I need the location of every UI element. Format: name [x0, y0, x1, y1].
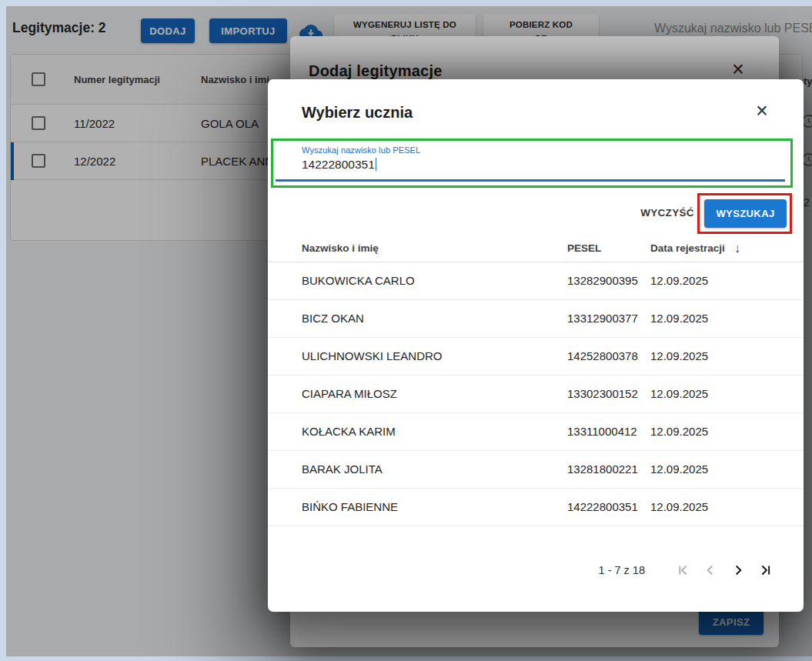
search-field-label: Wyszukaj nazwisko lub PESEL — [302, 145, 420, 155]
chevron-left-icon[interactable] — [700, 560, 720, 580]
cell-pesel: 13312900377 — [567, 312, 638, 325]
cell-pesel: 13302300152 — [567, 387, 638, 400]
students-table-header: Nazwisko i imię PESEL Data rejestracji ↓ — [268, 236, 804, 262]
pagination: 1 - 7 z 18 — [268, 558, 804, 583]
screen: { "colors": { "primary_button": "#1667c1… — [0, 0, 812, 661]
cell-date: 12.09.2025 — [650, 500, 708, 513]
cell-name: BICZ OKAN — [302, 312, 364, 325]
cell-name: CIAPARA MIŁOSZ — [302, 387, 397, 400]
cell-date: 12.09.2025 — [650, 387, 708, 400]
cell-name: KOŁACKA KARIM — [302, 425, 396, 438]
close-icon[interactable]: × — [756, 101, 768, 122]
column-header-pesel: PESEL — [567, 242, 601, 254]
cell-date: 12.09.2025 — [650, 312, 708, 325]
search-field-underline — [276, 179, 785, 182]
cell-date: 12.09.2025 — [650, 425, 708, 438]
cell-pesel: 14252800378 — [567, 349, 638, 362]
text-cursor — [376, 158, 377, 171]
student-row[interactable]: BUKOWICKA CARLO 13282900395 12.09.2025 — [268, 262, 804, 300]
column-header-date[interactable]: Data rejestracji — [650, 242, 725, 254]
cell-name: BUKOWICKA CARLO — [302, 274, 415, 287]
student-row[interactable]: BIŃKO FABIENNE 14222800351 12.09.2025 — [268, 489, 804, 526]
dialog-title: Wybierz ucznia — [302, 104, 413, 122]
search-input[interactable]: 14222800351 — [302, 158, 376, 172]
sort-descending-icon[interactable]: ↓ — [734, 242, 740, 255]
column-header-name: Nazwisko i imię — [302, 242, 379, 254]
cell-date: 12.09.2025 — [650, 274, 708, 287]
cell-pesel: 13281800221 — [567, 462, 638, 476]
search-button[interactable]: WYSZUKAJ — [704, 199, 787, 228]
cell-date: 12.09.2025 — [650, 349, 708, 362]
cell-name: BARAK JOLITA — [302, 462, 383, 476]
last-page-icon[interactable] — [756, 560, 776, 580]
student-row[interactable]: BICZ OKAN 13312900377 12.09.2025 — [268, 300, 804, 338]
student-row[interactable]: BARAK JOLITA 13281800221 12.09.2025 — [268, 451, 804, 489]
cell-pesel: 14222800351 — [567, 500, 638, 513]
clear-button[interactable]: WYCZYŚĆ — [640, 202, 695, 222]
student-row[interactable]: CIAPARA MIŁOSZ 13302300152 12.09.2025 — [268, 376, 804, 413]
chevron-right-icon[interactable] — [728, 560, 748, 580]
student-row[interactable]: ULICHNOWSKI LEANDRO 14252800378 12.09.20… — [268, 338, 804, 376]
cell-name: ULICHNOWSKI LEANDRO — [302, 349, 443, 362]
cell-pesel: 13282900395 — [567, 274, 638, 287]
search-input-value: 14222800351 — [302, 158, 375, 171]
wybierz-ucznia-dialog: Wybierz ucznia × Wyszukaj nazwisko lub P… — [268, 79, 804, 612]
student-row[interactable]: KOŁACKA KARIM 13311000412 12.09.2025 — [268, 413, 804, 451]
cell-pesel: 13311000412 — [567, 425, 637, 438]
first-page-icon[interactable] — [673, 560, 693, 580]
pagination-range-label: 1 - 7 z 18 — [599, 564, 645, 576]
cell-name: BIŃKO FABIENNE — [302, 500, 398, 513]
cell-date: 12.09.2025 — [650, 462, 708, 476]
